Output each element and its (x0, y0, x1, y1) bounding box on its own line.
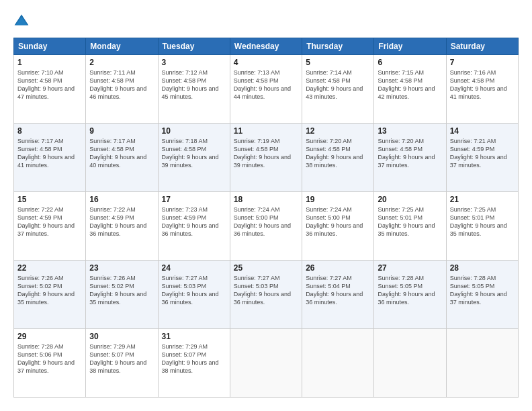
calendar-cell (374, 329, 446, 398)
day-header-saturday: Saturday (446, 38, 518, 55)
day-info: Sunrise: 7:23 AMSunset: 4:59 PMDaylight:… (162, 206, 219, 237)
day-number: 1 (17, 58, 82, 67)
day-info: Sunrise: 7:27 AMSunset: 5:03 PMDaylight:… (162, 275, 219, 306)
calendar-cell (302, 329, 374, 398)
calendar-cell: 12Sunrise: 7:20 AMSunset: 4:58 PMDayligh… (302, 124, 374, 192)
day-number: 14 (450, 126, 515, 136)
calendar-cell (446, 329, 518, 398)
day-number: 10 (162, 126, 226, 136)
day-number: 23 (89, 263, 154, 273)
day-info: Sunrise: 7:14 AMSunset: 4:58 PMDaylight:… (306, 69, 363, 100)
calendar-cell: 7Sunrise: 7:16 AMSunset: 4:58 PMDaylight… (446, 55, 518, 124)
day-info: Sunrise: 7:28 AMSunset: 5:05 PMDaylight:… (450, 275, 507, 306)
day-number: 24 (162, 263, 226, 273)
day-info: Sunrise: 7:22 AMSunset: 4:59 PMDaylight:… (17, 206, 75, 237)
calendar-cell: 9Sunrise: 7:17 AMSunset: 4:58 PMDaylight… (86, 124, 158, 192)
day-info: Sunrise: 7:11 AMSunset: 4:58 PMDaylight:… (89, 69, 146, 100)
day-header-sunday: Sunday (14, 38, 86, 55)
calendar-cell: 21Sunrise: 7:25 AMSunset: 5:01 PMDayligh… (446, 192, 518, 261)
day-number: 30 (89, 332, 154, 341)
day-info: Sunrise: 7:20 AMSunset: 4:58 PMDaylight:… (306, 138, 363, 169)
calendar-cell: 4Sunrise: 7:13 AMSunset: 4:58 PMDaylight… (230, 55, 302, 124)
day-number: 20 (378, 195, 442, 204)
day-header-friday: Friday (374, 38, 446, 55)
calendar-cell: 27Sunrise: 7:28 AMSunset: 5:05 PMDayligh… (374, 261, 446, 329)
day-number: 16 (89, 195, 154, 204)
day-info: Sunrise: 7:10 AMSunset: 4:58 PMDaylight:… (17, 69, 75, 100)
calendar-cell: 17Sunrise: 7:23 AMSunset: 4:59 PMDayligh… (158, 192, 230, 261)
day-number: 13 (378, 126, 442, 136)
day-info: Sunrise: 7:25 AMSunset: 5:01 PMDaylight:… (378, 206, 435, 237)
week-row-4: 22Sunrise: 7:26 AMSunset: 5:02 PMDayligh… (14, 261, 519, 329)
logo (13, 13, 32, 30)
page: SundayMondayTuesdayWednesdayThursdayFrid… (0, 0, 532, 411)
week-row-3: 15Sunrise: 7:22 AMSunset: 4:59 PMDayligh… (14, 192, 519, 261)
week-row-2: 8Sunrise: 7:17 AMSunset: 4:58 PMDaylight… (14, 124, 519, 192)
day-info: Sunrise: 7:16 AMSunset: 4:58 PMDaylight:… (450, 69, 507, 100)
day-info: Sunrise: 7:21 AMSunset: 4:59 PMDaylight:… (450, 138, 507, 169)
day-info: Sunrise: 7:17 AMSunset: 4:58 PMDaylight:… (17, 138, 75, 169)
calendar-cell: 16Sunrise: 7:22 AMSunset: 4:59 PMDayligh… (86, 192, 158, 261)
day-info: Sunrise: 7:17 AMSunset: 4:58 PMDaylight:… (89, 138, 146, 169)
day-number: 17 (162, 195, 226, 204)
day-info: Sunrise: 7:28 AMSunset: 5:06 PMDaylight:… (17, 343, 75, 374)
day-info: Sunrise: 7:22 AMSunset: 4:59 PMDaylight:… (89, 206, 146, 237)
calendar-table: SundayMondayTuesdayWednesdayThursdayFrid… (13, 38, 519, 398)
day-info: Sunrise: 7:26 AMSunset: 5:02 PMDaylight:… (89, 275, 146, 306)
day-number: 8 (17, 126, 82, 136)
day-number: 19 (306, 195, 370, 204)
day-info: Sunrise: 7:25 AMSunset: 5:01 PMDaylight:… (450, 206, 507, 237)
day-number: 27 (378, 263, 442, 273)
calendar-cell: 24Sunrise: 7:27 AMSunset: 5:03 PMDayligh… (158, 261, 230, 329)
calendar-cell: 20Sunrise: 7:25 AMSunset: 5:01 PMDayligh… (374, 192, 446, 261)
calendar-cell: 31Sunrise: 7:29 AMSunset: 5:07 PMDayligh… (158, 329, 230, 398)
day-info: Sunrise: 7:26 AMSunset: 5:02 PMDaylight:… (17, 275, 75, 306)
day-number: 25 (234, 263, 298, 273)
day-header-monday: Monday (86, 38, 158, 55)
calendar-cell (230, 329, 302, 398)
day-info: Sunrise: 7:24 AMSunset: 5:00 PMDaylight:… (234, 206, 291, 237)
logo-icon (13, 13, 30, 30)
day-header-thursday: Thursday (302, 38, 374, 55)
calendar-cell: 25Sunrise: 7:27 AMSunset: 5:03 PMDayligh… (230, 261, 302, 329)
day-number: 2 (89, 58, 154, 67)
calendar-cell: 8Sunrise: 7:17 AMSunset: 4:58 PMDaylight… (14, 124, 86, 192)
days-header-row: SundayMondayTuesdayWednesdayThursdayFrid… (14, 38, 519, 55)
header (13, 13, 519, 30)
day-info: Sunrise: 7:27 AMSunset: 5:03 PMDaylight:… (234, 275, 291, 306)
week-row-1: 1Sunrise: 7:10 AMSunset: 4:58 PMDaylight… (14, 55, 519, 124)
day-info: Sunrise: 7:24 AMSunset: 5:00 PMDaylight:… (306, 206, 363, 237)
day-info: Sunrise: 7:19 AMSunset: 4:58 PMDaylight:… (234, 138, 291, 169)
calendar-cell: 28Sunrise: 7:28 AMSunset: 5:05 PMDayligh… (446, 261, 518, 329)
calendar-cell: 18Sunrise: 7:24 AMSunset: 5:00 PMDayligh… (230, 192, 302, 261)
calendar-cell: 1Sunrise: 7:10 AMSunset: 4:58 PMDaylight… (14, 55, 86, 124)
day-info: Sunrise: 7:12 AMSunset: 4:58 PMDaylight:… (162, 69, 219, 100)
day-number: 11 (234, 126, 298, 136)
day-info: Sunrise: 7:15 AMSunset: 4:58 PMDaylight:… (378, 69, 435, 100)
calendar-cell: 23Sunrise: 7:26 AMSunset: 5:02 PMDayligh… (86, 261, 158, 329)
day-number: 12 (306, 126, 370, 136)
day-info: Sunrise: 7:28 AMSunset: 5:05 PMDaylight:… (378, 275, 435, 306)
day-header-wednesday: Wednesday (230, 38, 302, 55)
calendar-cell: 6Sunrise: 7:15 AMSunset: 4:58 PMDaylight… (374, 55, 446, 124)
week-row-5: 29Sunrise: 7:28 AMSunset: 5:06 PMDayligh… (14, 329, 519, 398)
day-number: 31 (162, 332, 226, 341)
day-number: 6 (378, 58, 442, 67)
calendar-cell: 3Sunrise: 7:12 AMSunset: 4:58 PMDaylight… (158, 55, 230, 124)
calendar-cell: 19Sunrise: 7:24 AMSunset: 5:00 PMDayligh… (302, 192, 374, 261)
day-number: 26 (306, 263, 370, 273)
day-number: 29 (17, 332, 82, 341)
day-info: Sunrise: 7:18 AMSunset: 4:58 PMDaylight:… (162, 138, 219, 169)
calendar-cell: 26Sunrise: 7:27 AMSunset: 5:04 PMDayligh… (302, 261, 374, 329)
calendar-cell: 11Sunrise: 7:19 AMSunset: 4:58 PMDayligh… (230, 124, 302, 192)
day-info: Sunrise: 7:27 AMSunset: 5:04 PMDaylight:… (306, 275, 363, 306)
calendar-cell: 30Sunrise: 7:29 AMSunset: 5:07 PMDayligh… (86, 329, 158, 398)
day-number: 22 (17, 263, 82, 273)
calendar-cell: 2Sunrise: 7:11 AMSunset: 4:58 PMDaylight… (86, 55, 158, 124)
day-number: 15 (17, 195, 82, 204)
calendar-cell: 13Sunrise: 7:20 AMSunset: 4:58 PMDayligh… (374, 124, 446, 192)
calendar-cell: 15Sunrise: 7:22 AMSunset: 4:59 PMDayligh… (14, 192, 86, 261)
day-info: Sunrise: 7:29 AMSunset: 5:07 PMDaylight:… (162, 343, 219, 374)
calendar-cell: 5Sunrise: 7:14 AMSunset: 4:58 PMDaylight… (302, 55, 374, 124)
day-info: Sunrise: 7:20 AMSunset: 4:58 PMDaylight:… (378, 138, 435, 169)
